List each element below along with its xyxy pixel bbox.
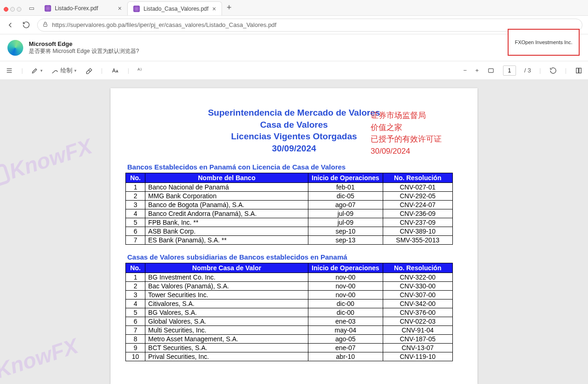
svg-rect-6: [579, 68, 581, 73]
table-bancos: No. Nombre del Banco Inicio de Operacion…: [125, 173, 453, 245]
cell-date: sep-13: [308, 235, 383, 244]
cell-res: CNV-342-00: [383, 299, 452, 308]
cell-no: 8: [126, 334, 145, 343]
max-dot-icon[interactable]: [17, 7, 21, 12]
draw-label: 绘制: [60, 66, 72, 75]
cell-date: ago-07: [308, 200, 383, 209]
table-row: 2Bac Valores (Panamá), S.A.nov-00CNV-330…: [126, 281, 453, 290]
cell-name: Multi Securities, Inc.: [145, 325, 308, 334]
cell-res: CNV-187-05: [383, 334, 452, 343]
cell-name: BG Investment Co. Inc.: [145, 273, 308, 281]
cell-date: jul-09: [308, 218, 383, 227]
cell-name: FPB Bank, Inc. **: [145, 218, 308, 227]
highlight-annotation: FXOpen Investments Inc.: [508, 29, 580, 56]
cell-name: Metro Asset Management, S.A.: [145, 334, 308, 343]
table-row: 10Prival Securities, Inc.abr-10CNV-119-1…: [126, 352, 453, 361]
cell-date: nov-00: [308, 281, 383, 290]
text-size-tool[interactable]: [111, 67, 119, 74]
close-dot-icon[interactable]: [4, 7, 8, 12]
highlight-text: FXOpen Investments Inc.: [515, 39, 572, 45]
table-row: 1Banco Nacional de Panamáfeb-01CNV-027-0…: [126, 182, 453, 191]
tab-title: Listado_Casa_Valores.pdf: [144, 6, 209, 12]
col-name: Nombre del Banco: [145, 173, 308, 182]
pdf-viewport[interactable]: KnowFX KnowFX KnowFX KnowFX KnowFX Super…: [0, 80, 588, 384]
cell-no: 7: [126, 235, 145, 244]
close-icon[interactable]: ×: [212, 5, 216, 13]
cell-no: 1: [126, 182, 145, 191]
col-res: No. Resolución: [383, 173, 452, 182]
back-button[interactable]: [6, 20, 15, 30]
cell-no: 10: [126, 352, 145, 361]
tab-actions-icon[interactable]: ▭: [24, 5, 39, 15]
cell-res: CNV-119-10: [383, 352, 452, 361]
cell-name: Banco de Bogota (Panamá), S.A.: [145, 200, 308, 209]
cell-date: feb-01: [308, 182, 383, 191]
zoom-in-button[interactable]: +: [475, 67, 479, 74]
cell-res: SMV-355-2013: [383, 235, 452, 244]
cell-res: CNV-027-01: [383, 182, 452, 191]
cell-no: 2: [126, 281, 145, 290]
refresh-button[interactable]: [21, 20, 31, 30]
cell-res: CNV-91-04: [383, 325, 452, 334]
close-icon[interactable]: ×: [118, 5, 122, 12]
contents-button[interactable]: [6, 67, 13, 74]
zoom-out-button[interactable]: −: [464, 67, 467, 74]
cell-no: 3: [126, 200, 145, 209]
fit-page-button[interactable]: [487, 67, 495, 74]
page-view-button[interactable]: [575, 67, 582, 74]
highlight-tool[interactable]: ▾: [31, 67, 43, 74]
cell-res: CNV-292-05: [383, 191, 452, 200]
pdf-toolbar: | ▾ 绘制 ▾ | | ᴬ⁾ − + / 3 | |: [0, 61, 588, 80]
cell-date: abr-10: [308, 352, 383, 361]
table-row: 5FPB Bank, Inc. **jul-09CNV-237-09: [126, 218, 453, 227]
table-row: 7ES Bank (Panamá), S.A. **sep-13SMV-355-…: [126, 235, 453, 244]
url-input[interactable]: https://supervalores.gob.pa/files/iper/p…: [37, 19, 582, 32]
cell-name: Banco Nacional de Panamá: [145, 182, 308, 191]
window-controls: [4, 7, 24, 15]
section-heading-1: Bancos Establecidos en Panamá con Licenc…: [127, 163, 464, 171]
table-row: 6ASB Bank Corp.sep-10CNV-389-10: [126, 227, 453, 235]
rotate-button[interactable]: [549, 67, 557, 74]
watermark: KnowFX: [0, 133, 95, 190]
cell-no: 6: [126, 317, 145, 325]
svg-rect-4: [489, 68, 494, 72]
cell-no: 4: [126, 209, 145, 218]
page-number-input[interactable]: [503, 65, 516, 76]
cell-date: sep-10: [308, 227, 383, 235]
table-row: 5BG Valores, S.A.dic-00CNV-376-00: [126, 308, 453, 317]
svg-rect-5: [576, 68, 579, 73]
cell-no: 4: [126, 299, 145, 308]
cell-name: BCT Securities, S.A.: [145, 343, 308, 352]
tab-listado-forex[interactable]: Listado-Forex.pdf ×: [39, 1, 127, 15]
table-row: 3Banco de Bogota (Panamá), S.A.ago-07CNV…: [126, 200, 453, 209]
chevron-down-icon: ▾: [74, 68, 77, 73]
cell-date: dic-00: [308, 308, 383, 317]
col-no: No.: [126, 173, 145, 182]
erase-tool[interactable]: [85, 67, 92, 74]
min-dot-icon[interactable]: [10, 7, 15, 12]
cell-no: 5: [126, 308, 145, 317]
cell-name: ASB Bank Corp.: [145, 227, 308, 235]
cell-date: ago-05: [308, 334, 383, 343]
cell-name: Banco Credit Andorra (Panamá), S.A.: [145, 209, 308, 218]
pdf-page: Superintendencia de Mercado de Valores C…: [111, 88, 477, 384]
edge-logo-icon: [7, 40, 23, 56]
col-no: No.: [126, 263, 145, 273]
new-tab-button[interactable]: +: [222, 3, 236, 15]
lock-icon: [42, 21, 48, 29]
col-res: No. Resolución: [383, 263, 452, 273]
url-text: https://supervalores.gob.pa/files/iper/p…: [52, 21, 276, 28]
cell-res: CNV-307-00: [383, 290, 452, 299]
cell-res: CNV-376-00: [383, 308, 452, 317]
cell-date: jul-09: [308, 209, 383, 218]
cell-name: Global Valores, S.A.: [145, 317, 308, 325]
cell-date: may-04: [308, 325, 383, 334]
cell-date: dic-05: [308, 191, 383, 200]
titlebar: ▭ Listado-Forex.pdf × Listado_Casa_Valor…: [0, 0, 588, 16]
tab-listado-casa-valores[interactable]: Listado_Casa_Valores.pdf ×: [127, 1, 222, 15]
read-aloud-tool[interactable]: ᴬ⁾: [137, 67, 142, 74]
cell-name: Tower Securities Inc.: [145, 290, 308, 299]
default-browser-prompt: Microsoft Edge 是否要将 Microsoft Edge 设置为默认…: [0, 34, 588, 61]
draw-tool[interactable]: 绘制 ▾: [51, 66, 77, 75]
cell-res: CNV-330-00: [383, 281, 452, 290]
